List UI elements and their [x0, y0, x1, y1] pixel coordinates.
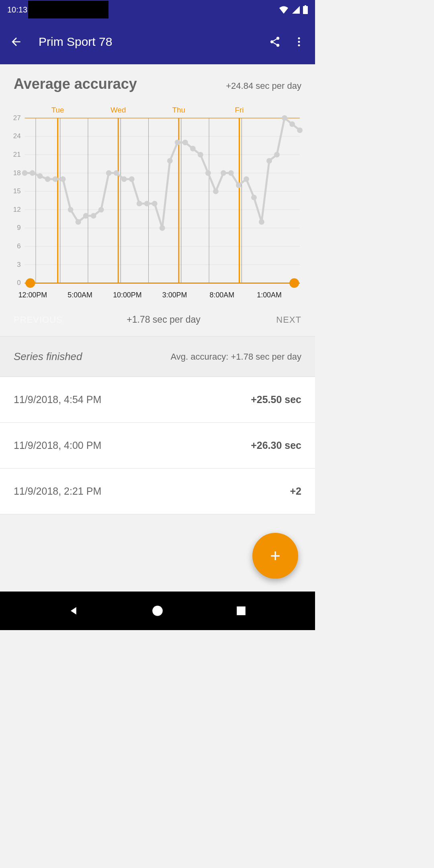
svg-point-60	[114, 170, 119, 176]
series-header: Series finished Avg. accuracy: +1.78 sec…	[0, 337, 315, 377]
app-bar: Prim Sport 78	[0, 19, 315, 64]
svg-text:3: 3	[17, 261, 20, 268]
chart-svg: 036912151821242712:00PM5:00AM10:00PM3:00…	[0, 97, 303, 306]
svg-point-71	[198, 152, 203, 158]
svg-point-66	[160, 225, 165, 231]
svg-point-4	[298, 44, 300, 46]
content: Average accuracy +24.84 sec per day 0369…	[0, 64, 315, 514]
svg-text:Fri: Fri	[235, 106, 244, 114]
previous-button[interactable]: PREVIOUS	[14, 315, 74, 325]
svg-point-51	[45, 176, 51, 182]
measurement-row[interactable]: 11/9/2018, 4:54 PM+25.50 sec	[0, 377, 315, 423]
section-title: Average accuracy	[14, 76, 137, 92]
square-recent-icon	[236, 606, 246, 616]
svg-point-59	[106, 170, 112, 176]
wifi-icon	[279, 6, 289, 14]
chart-nav: PREVIOUS +1.78 sec per day NEXT	[0, 306, 315, 337]
svg-point-65	[152, 201, 158, 207]
svg-point-70	[190, 146, 196, 151]
row-timestamp: 11/9/2018, 4:54 PM	[14, 394, 101, 405]
arrow-back-icon	[10, 35, 23, 48]
nav-back-button[interactable]	[67, 604, 81, 618]
svg-text:18: 18	[13, 169, 21, 177]
svg-point-2	[298, 37, 300, 39]
svg-point-61	[121, 176, 127, 182]
svg-point-64	[144, 201, 150, 207]
share-button[interactable]	[265, 32, 285, 51]
svg-point-83	[289, 121, 295, 127]
svg-text:Wed: Wed	[111, 106, 126, 114]
row-timestamp: 11/9/2018, 2:21 PM	[14, 485, 101, 497]
svg-point-77	[244, 176, 249, 182]
measurement-row[interactable]: 11/9/2018, 4:00 PM+26.30 sec	[0, 423, 315, 469]
svg-point-86	[25, 278, 35, 288]
svg-point-50	[37, 173, 43, 179]
svg-point-63	[137, 201, 142, 207]
svg-point-79	[259, 219, 264, 225]
row-value: +25.50 sec	[251, 394, 301, 405]
svg-point-88	[152, 606, 163, 616]
series-title: Series finished	[14, 350, 82, 363]
page-title: Prim Sport 78	[39, 35, 260, 49]
svg-text:12:00PM: 12:00PM	[18, 291, 47, 299]
svg-text:5:00AM: 5:00AM	[68, 291, 92, 299]
measurement-list: 11/9/2018, 4:54 PM+25.50 sec11/9/2018, 4…	[0, 377, 315, 514]
svg-text:0: 0	[17, 279, 20, 287]
svg-text:Thu: Thu	[172, 106, 185, 114]
svg-point-87	[289, 278, 299, 288]
svg-point-57	[91, 213, 96, 219]
row-value: +26.30 sec	[251, 440, 301, 451]
svg-text:Tue: Tue	[51, 106, 64, 114]
more-vert-icon	[293, 36, 305, 48]
share-icon	[269, 36, 281, 48]
svg-point-53	[60, 176, 66, 182]
svg-point-68	[175, 140, 180, 145]
measurement-row[interactable]: 11/9/2018, 2:21 PM+2	[0, 469, 315, 514]
svg-text:24: 24	[13, 132, 21, 140]
svg-point-48	[22, 170, 28, 176]
svg-point-3	[298, 41, 300, 43]
svg-point-62	[129, 176, 135, 182]
circle-home-icon	[152, 605, 163, 616]
svg-point-52	[53, 176, 58, 182]
status-time: 10:13	[7, 5, 27, 14]
more-button[interactable]	[289, 32, 309, 51]
svg-point-84	[297, 127, 303, 133]
svg-point-69	[182, 140, 188, 145]
svg-point-74	[221, 170, 226, 176]
svg-text:1:00AM: 1:00AM	[257, 291, 282, 299]
svg-text:10:00PM: 10:00PM	[113, 291, 141, 299]
svg-point-54	[68, 207, 74, 213]
redaction	[28, 1, 108, 18]
status-icons	[279, 5, 308, 14]
svg-text:21: 21	[13, 151, 21, 158]
svg-text:8:00AM: 8:00AM	[210, 291, 235, 299]
next-button[interactable]: NEXT	[253, 315, 301, 325]
svg-rect-0	[303, 6, 308, 14]
header-row: Average accuracy +24.84 sec per day	[0, 64, 315, 97]
svg-point-82	[282, 115, 287, 121]
cell-signal-icon	[292, 6, 300, 14]
svg-point-49	[30, 170, 35, 176]
svg-point-81	[274, 152, 280, 158]
add-button[interactable]: +	[252, 533, 298, 579]
triangle-back-icon	[68, 605, 80, 616]
row-timestamp: 11/9/2018, 4:00 PM	[14, 440, 101, 451]
svg-text:15: 15	[13, 187, 21, 195]
svg-point-80	[266, 158, 272, 164]
svg-point-75	[228, 170, 234, 176]
svg-text:9: 9	[17, 224, 20, 231]
svg-point-78	[251, 194, 257, 200]
back-button[interactable]	[6, 32, 26, 51]
accuracy-chart[interactable]: 036912151821242712:00PM5:00AM10:00PM3:00…	[0, 97, 315, 306]
svg-rect-1	[305, 5, 306, 6]
plus-icon: +	[270, 546, 280, 566]
nav-home-button[interactable]	[150, 604, 165, 618]
svg-text:27: 27	[13, 114, 21, 122]
status-bar: 10:13	[0, 0, 315, 19]
svg-point-58	[98, 207, 104, 213]
nav-recent-button[interactable]	[234, 604, 248, 618]
battery-icon	[303, 5, 308, 14]
svg-point-56	[83, 213, 89, 219]
nav-value: +1.78 sec per day	[74, 314, 253, 325]
